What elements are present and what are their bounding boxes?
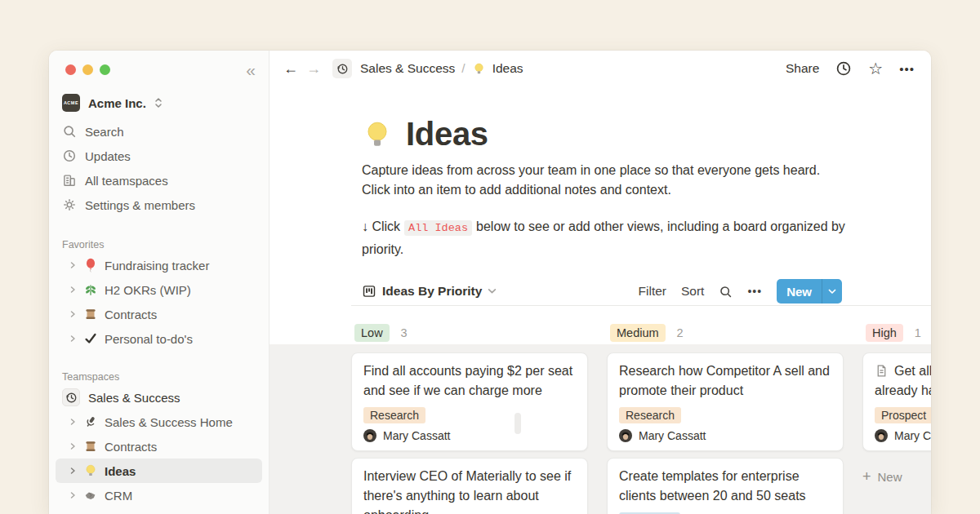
- new-item-dropdown[interactable]: [822, 279, 842, 304]
- sidebar-item-sales-success-home[interactable]: Sales & Success Home: [49, 410, 269, 434]
- history-clock-icon: [336, 63, 349, 75]
- chevron-right-icon: [69, 467, 77, 475]
- star-icon[interactable]: ☆: [868, 60, 883, 77]
- more-options-icon[interactable]: •••: [747, 285, 762, 298]
- search-icon[interactable]: [719, 285, 733, 299]
- sidebar-item-sales-success-teamspace[interactable]: Sales & Success: [49, 385, 269, 410]
- sidebar-item-label: Sales & Success Home: [105, 415, 233, 429]
- lightbulb-page-icon[interactable]: [362, 119, 393, 150]
- breadcrumb-page-link[interactable]: Ideas: [492, 61, 523, 76]
- sidebar-item-label: Sales & Success: [88, 391, 180, 405]
- chevron-right-icon: [69, 286, 77, 294]
- card-title: Research how Competitor A sell and promo…: [619, 361, 831, 401]
- add-card-label: New: [878, 470, 902, 484]
- teamspaces-section-label: Teamspaces: [49, 369, 269, 385]
- hint-prefix: ↓ Click: [362, 219, 400, 233]
- sidebar-item-settings-members[interactable]: Settings & members: [49, 193, 269, 217]
- board-card[interactable]: Create templates for enterprise clients …: [607, 458, 844, 514]
- column-pill-low[interactable]: Low: [354, 324, 390, 342]
- back-arrow-icon[interactable]: ←: [283, 61, 298, 76]
- lightbulb-icon: [472, 62, 486, 76]
- chevron-right-icon: [69, 418, 77, 426]
- inline-code-all-ideas: All Ideas: [404, 220, 472, 236]
- sidebar-item-label: Ideas: [105, 464, 136, 478]
- scrollbar-thumb[interactable]: [514, 413, 521, 434]
- sidebar-menu: Search Updates All teamspaces Settings &…: [49, 119, 269, 217]
- board-view-icon: [362, 284, 376, 299]
- chevron-down-icon: [828, 289, 836, 295]
- favorites-section-label: Favorites: [49, 237, 269, 253]
- column-header-medium: Medium 2: [610, 324, 847, 342]
- breadcrumb: Sales & Success / Ideas: [360, 61, 523, 76]
- herb-icon: [83, 282, 98, 297]
- breadcrumb-teamspace-icon-chip[interactable]: [332, 59, 352, 78]
- card-assignee: Mary Cassatt: [363, 429, 576, 442]
- workspace-switcher[interactable]: ACME Acme Inc.: [56, 91, 262, 115]
- sidebar-item-personal-todos[interactable]: Personal to-do's: [49, 326, 269, 351]
- collapse-sidebar-icon[interactable]: «: [246, 61, 256, 78]
- sidebar-item-all-teamspaces[interactable]: All teamspaces: [49, 168, 269, 193]
- avatar: [875, 429, 888, 442]
- page-hint-text: ↓ ClickAll Ideasbelow to see or add othe…: [362, 216, 852, 260]
- sidebar-item-label: CRM: [105, 489, 132, 503]
- new-item-button[interactable]: New: [777, 279, 842, 304]
- board-card[interactable]: Get all already ha Prospect Mary Cassatt: [862, 352, 931, 451]
- filter-button[interactable]: Filter: [639, 284, 666, 299]
- board-card[interactable]: Interview CEO of Materially to see if th…: [351, 458, 588, 514]
- assignee-name: Mary Cassatt: [639, 429, 706, 442]
- window-controls: [65, 64, 110, 75]
- view-name: Ideas By Priority: [382, 284, 482, 299]
- board-card[interactable]: Research how Competitor A sell and promo…: [607, 352, 844, 451]
- sidebar-item-updates[interactable]: Updates: [49, 144, 269, 168]
- zoom-window-button[interactable]: [100, 64, 110, 75]
- page-content: Ideas Capture ideas from across your tea…: [270, 86, 931, 514]
- view-switcher[interactable]: Ideas By Priority: [362, 284, 497, 299]
- workspace-logo: ACME: [62, 94, 80, 112]
- sidebar-item-label: Personal to-do's: [105, 332, 193, 346]
- search-icon: [62, 124, 77, 139]
- card-tags: Research: [363, 407, 576, 423]
- view-toolbar-wrap: Ideas By Priority Filter Sort ••• New: [351, 277, 931, 306]
- card-tags: Prospect: [875, 407, 931, 423]
- sidebar-item-contracts-teamspace[interactable]: Contracts: [49, 434, 269, 459]
- clock-icon[interactable]: [835, 60, 852, 77]
- desktop-background: « ACME Acme Inc. Search Updates All t: [0, 0, 980, 514]
- close-window-button[interactable]: [65, 64, 76, 75]
- chevron-right-icon: [69, 261, 77, 269]
- notion-app-window: « ACME Acme Inc. Search Updates All t: [49, 51, 931, 514]
- sidebar-item-h2-okrs[interactable]: H2 OKRs (WIP): [49, 277, 269, 302]
- sidebar-item-label: Updates: [85, 149, 131, 163]
- sidebar-item-fundraising-tracker[interactable]: Fundraising tracker: [49, 253, 269, 277]
- workspace-name: Acme Inc.: [88, 96, 146, 110]
- share-button[interactable]: Share: [786, 61, 819, 76]
- window-titlebar: «: [49, 51, 269, 77]
- card-assignee: Mary Cassatt: [619, 429, 831, 442]
- clock-icon: [62, 148, 77, 163]
- column-pill-high[interactable]: High: [866, 324, 903, 342]
- column-header-high: High 1: [866, 324, 931, 342]
- tag-research: Research: [363, 407, 425, 423]
- scroll-icon: [83, 307, 98, 321]
- sidebar-item-search[interactable]: Search: [49, 119, 269, 144]
- sidebar-item-contracts-favorite[interactable]: Contracts: [49, 302, 269, 326]
- sidebar-item-crm[interactable]: CRM: [49, 483, 269, 507]
- chevron-right-icon: [69, 491, 77, 499]
- minimize-window-button[interactable]: [82, 64, 93, 75]
- chevron-right-icon: [69, 335, 77, 343]
- chevron-right-icon: [69, 310, 77, 318]
- sidebar-item-ideas[interactable]: Ideas: [56, 459, 262, 483]
- column-count: 3: [401, 326, 408, 339]
- forward-arrow-icon[interactable]: →: [306, 61, 321, 76]
- breadcrumb-separator: /: [461, 61, 465, 76]
- breadcrumb-teamspace-link[interactable]: Sales & Success: [360, 61, 455, 76]
- column-pill-medium[interactable]: Medium: [610, 324, 666, 342]
- sidebar-item-label: H2 OKRs (WIP): [105, 283, 191, 297]
- board-card[interactable]: Find all accounts paying $2 per seat and…: [351, 352, 588, 451]
- sort-button[interactable]: Sort: [681, 284, 704, 299]
- sidebar-item-label: Contracts: [105, 440, 157, 454]
- card-assignee: Mary Cassatt: [875, 429, 931, 442]
- topbar: ← → Sales & Success / Ideas Share ☆ •••: [270, 51, 931, 86]
- more-options-icon[interactable]: •••: [899, 62, 915, 76]
- add-card-button[interactable]: + New: [862, 469, 931, 484]
- teamspace-icon-chip: [62, 388, 80, 406]
